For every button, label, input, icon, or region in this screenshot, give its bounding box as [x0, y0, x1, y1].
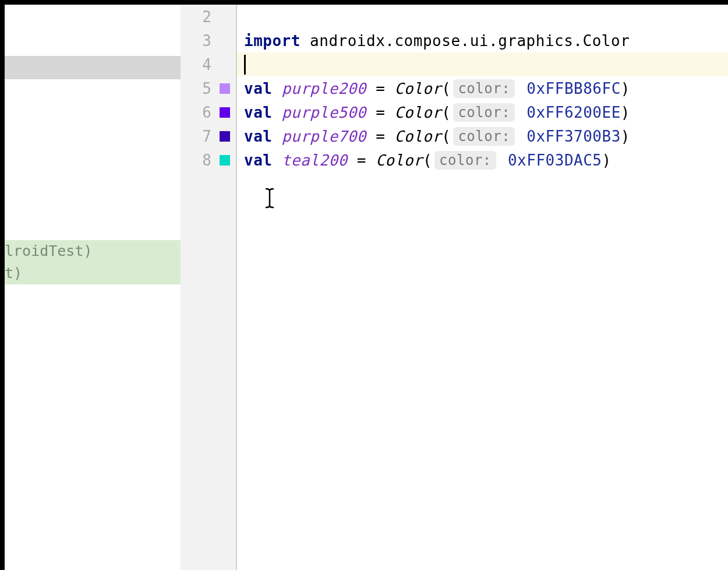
- gutter-row: 7: [181, 124, 236, 148]
- color-swatch-icon[interactable]: [220, 83, 230, 94]
- text-caret: [244, 55, 246, 75]
- color-swatch-icon[interactable]: [220, 107, 230, 118]
- code-line-active: [237, 52, 728, 76]
- editor-gutter[interactable]: 2 3 4 5 6 7 8: [181, 5, 237, 570]
- gutter-row: 3: [181, 29, 236, 52]
- property-name: purple500: [282, 104, 366, 121]
- hex-literal: 0xFF03DAC5: [508, 152, 602, 169]
- line-number: 5: [195, 80, 211, 97]
- line-number: 4: [195, 56, 211, 73]
- code-line: val purple500 = Color(color: 0xFF6200EE): [237, 100, 728, 124]
- property-name: purple200: [282, 80, 366, 97]
- hex-literal: 0xFF6200EE: [526, 104, 621, 121]
- keyword: val: [244, 152, 272, 169]
- gutter-row: 4: [181, 52, 236, 76]
- gutter-row: 8: [181, 148, 236, 172]
- color-swatch-icon[interactable]: [220, 155, 230, 166]
- code-line: import androidx.compose.ui.graphics.Colo…: [237, 29, 728, 52]
- hex-literal: 0xFF3700B3: [526, 128, 621, 145]
- code-line: val purple200 = Color(color: 0xFFBB86FC): [237, 76, 728, 100]
- param-hint: color:: [434, 151, 496, 170]
- property-name: purple700: [282, 128, 366, 145]
- gutter-row: 2: [181, 5, 236, 29]
- color-swatch-icon[interactable]: [220, 131, 230, 142]
- code-line: val teal200 = Color(color: 0xFF03DAC5): [237, 148, 728, 172]
- line-number: 8: [195, 152, 211, 169]
- code-line: val purple700 = Color(color: 0xFF3700B3): [237, 124, 728, 148]
- code-editor[interactable]: import androidx.compose.ui.graphics.Colo…: [237, 5, 728, 570]
- function-name: Color: [394, 80, 441, 97]
- line-number: 6: [195, 104, 211, 121]
- function-name: Color: [394, 104, 441, 121]
- sidebar-selection[interactable]: lroidTest) t): [5, 240, 181, 284]
- param-hint: color:: [453, 127, 515, 146]
- keyword: val: [244, 80, 272, 97]
- function-name: Color: [376, 152, 423, 169]
- sidebar-selection-line1: lroidTest): [5, 240, 181, 262]
- ibeam-cursor-icon: [265, 188, 277, 213]
- code-line: [237, 5, 728, 29]
- keyword: import: [244, 32, 301, 50]
- param-hint: color:: [453, 103, 515, 122]
- keyword: val: [244, 104, 272, 121]
- property-name: teal200: [282, 152, 348, 169]
- project-panel[interactable]: lroidTest) t): [5, 5, 181, 570]
- function-name: Color: [394, 128, 441, 145]
- keyword: val: [244, 128, 272, 145]
- editor-scrollbar[interactable]: [718, 5, 728, 570]
- sidebar-scroll-marker: [5, 56, 181, 79]
- line-number: 7: [195, 128, 211, 145]
- line-number: 3: [195, 32, 211, 50]
- param-hint: color:: [453, 79, 515, 98]
- line-number: 2: [195, 8, 211, 26]
- gutter-row: 6: [181, 100, 236, 124]
- sidebar-selection-line2: t): [5, 262, 181, 284]
- hex-literal: 0xFFBB86FC: [526, 80, 621, 97]
- gutter-row: 5: [181, 76, 236, 100]
- import-path: androidx.compose.ui.graphics.Color: [310, 32, 630, 50]
